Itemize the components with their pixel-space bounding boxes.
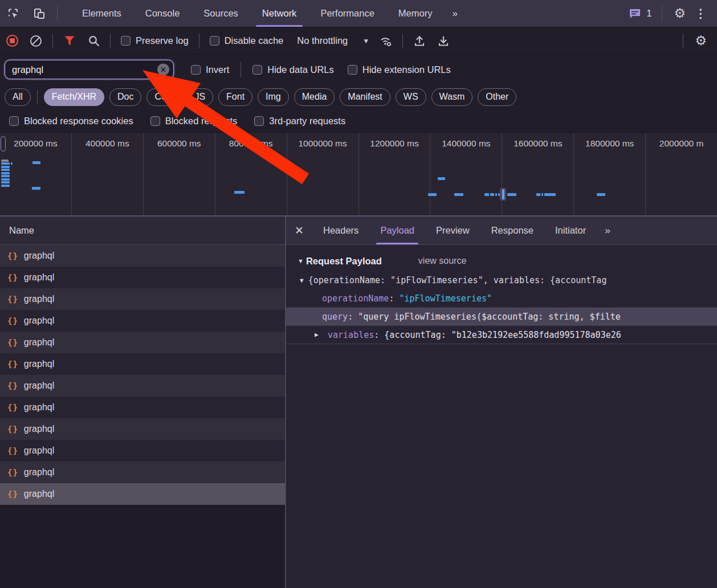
table-row-request[interactable]: {}graphql [0, 310, 285, 332]
network-settings-gear-icon[interactable]: ⚙ [695, 34, 707, 47]
table-row-request[interactable]: {}graphql [0, 353, 285, 375]
detail-tab-preview[interactable]: Preview [425, 217, 480, 244]
filter-chip-all[interactable]: All [5, 88, 31, 106]
request-name: graphql [24, 294, 54, 304]
waterfall-bar [1, 160, 9, 162]
detail-tab-headers[interactable]: Headers [312, 217, 369, 244]
clear-network-log-icon[interactable] [27, 32, 44, 50]
request-name: graphql [24, 402, 54, 413]
tab-performance[interactable]: Performance [308, 0, 386, 27]
timeline-tick-label: 800000 ms [229, 138, 273, 215]
view-source-link[interactable]: view source [418, 256, 466, 266]
colon: : [374, 330, 384, 340]
waterfall-bar [1, 178, 10, 181]
request-payload-title: Request Payload [306, 256, 382, 267]
blocked-response-cookies-checkbox[interactable]: Blocked response cookies [9, 116, 133, 126]
filter-chip-other[interactable]: Other [478, 88, 516, 106]
table-row-request[interactable]: {}graphql [0, 375, 285, 397]
filter-chip-ws[interactable]: WS [396, 88, 426, 106]
detail-tab-response[interactable]: Response [480, 217, 544, 244]
preserve-log-checkbox[interactable]: Preserve log [121, 35, 189, 46]
export-har-icon[interactable] [435, 32, 452, 50]
more-tabs-chevron-icon[interactable]: » [444, 8, 466, 19]
json-fetch-icon: {} [7, 403, 18, 412]
close-icon[interactable]: ✕ [286, 224, 312, 237]
table-row-request[interactable]: {}graphql [0, 418, 285, 440]
json-fetch-icon: {} [7, 338, 18, 347]
record-network-log-button[interactable] [3, 32, 21, 50]
filter-chip-js[interactable]: JS [186, 88, 213, 106]
filter-chip-doc[interactable]: Doc [109, 88, 141, 106]
table-row-request[interactable]: {}graphql [0, 483, 285, 505]
tab-console[interactable]: Console [133, 0, 192, 27]
tab-memory[interactable]: Memory [386, 0, 445, 27]
overview-grip-handle[interactable] [1, 136, 6, 152]
filter-chip-wasm[interactable]: Wasm [431, 88, 473, 106]
divider [402, 34, 403, 48]
clear-filter-icon[interactable]: ✕ [157, 64, 169, 76]
request-name: graphql [24, 272, 54, 283]
waterfall-bar [1, 185, 10, 187]
kebab-menu-icon[interactable]: ⋮ [695, 7, 707, 21]
table-row-request[interactable]: {}graphql [0, 462, 285, 483]
filter-chip-manifest[interactable]: Manifest [340, 88, 390, 106]
throttling-select[interactable]: No throttling ▼ [297, 35, 369, 46]
filter-input[interactable] [5, 64, 173, 75]
blocked-requests-checkbox[interactable]: Blocked requests [150, 116, 238, 126]
filter-chip-media[interactable]: Media [294, 88, 335, 106]
table-row-request[interactable]: {}graphql [0, 332, 285, 353]
3rd-party-requests-checkbox[interactable]: 3rd-party requests [254, 116, 345, 126]
payload-preview-text: {operationName: "ipFlowTimeseries", vari… [308, 275, 607, 285]
hide-extension-urls-checkbox[interactable]: Hide extension URLs [348, 64, 451, 75]
waterfall-bar [536, 193, 540, 196]
hide-data-urls-checkbox[interactable]: Hide data URLs [252, 64, 333, 75]
console-messages-button[interactable]: 1 [628, 6, 651, 21]
json-fetch-icon: {} [7, 424, 18, 434]
tab-sources[interactable]: Sources [192, 0, 250, 27]
table-row-request[interactable]: {}graphql [0, 288, 285, 310]
table-row-request[interactable]: {}graphql [0, 267, 285, 288]
filter-chip-css[interactable]: CSS [146, 88, 181, 106]
preserve-log-label: Preserve log [136, 35, 189, 46]
inspect-element-icon[interactable] [6, 6, 21, 21]
filter-chip-fetch-xhr[interactable]: Fetch/XHR [44, 88, 104, 106]
network-overview-timeline[interactable]: 200000 ms400000 ms600000 ms800000 ms1000… [0, 133, 717, 217]
hide-data-urls-label: Hide data URLs [267, 64, 333, 75]
network-toolbar: Preserve log Disable cache No throttling… [0, 27, 717, 55]
waterfall-bar [484, 193, 489, 196]
filter-funnel-icon[interactable] [61, 32, 78, 50]
payload-tree-row-operationName[interactable]: operationName: "ipFlowTimeseries" [286, 289, 717, 308]
tab-elements[interactable]: Elements [70, 0, 133, 27]
more-detail-tabs-chevron-icon[interactable]: » [605, 225, 611, 236]
disable-cache-checkbox[interactable]: Disable cache [210, 35, 284, 46]
payload-preview-row[interactable]: ▼ {operationName: "ipFlowTimeseries", va… [286, 271, 717, 289]
filter-chip-img[interactable]: Img [258, 88, 289, 106]
selected-request-marker-line [502, 189, 504, 199]
timeline-column: 1600000 ms [502, 133, 573, 215]
settings-gear-icon[interactable]: ⚙ [674, 7, 686, 20]
name-column-header[interactable]: Name [0, 217, 285, 245]
filter-chip-font[interactable]: Font [218, 88, 252, 106]
import-har-icon[interactable] [411, 32, 428, 50]
payload-tree-row-variables[interactable]: ▶variables: {accountTag: "b12e3b2192ee55… [286, 326, 717, 344]
detail-tab-payload[interactable]: Payload [369, 217, 425, 244]
search-icon[interactable] [85, 32, 102, 50]
waterfall-bar [541, 193, 543, 196]
waterfall-bar [1, 181, 10, 183]
device-toolbar-icon[interactable] [32, 6, 47, 21]
invert-checkbox[interactable]: Invert [191, 64, 229, 75]
waterfall-bar [1, 166, 10, 168]
collapse-triangle-icon[interactable]: ▼ [300, 277, 304, 284]
collapse-triangle-icon[interactable]: ▼ [298, 258, 304, 264]
expand-triangle-icon[interactable]: ▶ [315, 331, 322, 338]
payload-tree-row-query[interactable]: query: "query ipFlowTimeseries($accountT… [286, 308, 717, 326]
table-row-request[interactable]: {}graphql [0, 245, 285, 267]
console-message-count: 1 [646, 9, 651, 19]
network-conditions-icon[interactable] [377, 32, 394, 50]
request-name: graphql [24, 446, 54, 456]
tab-network[interactable]: Network [250, 0, 309, 27]
table-row-request[interactable]: {}graphql [0, 440, 285, 462]
table-row-request[interactable]: {}graphql [0, 397, 285, 418]
divider [199, 34, 199, 48]
detail-tab-initiator[interactable]: Initiator [544, 217, 597, 244]
